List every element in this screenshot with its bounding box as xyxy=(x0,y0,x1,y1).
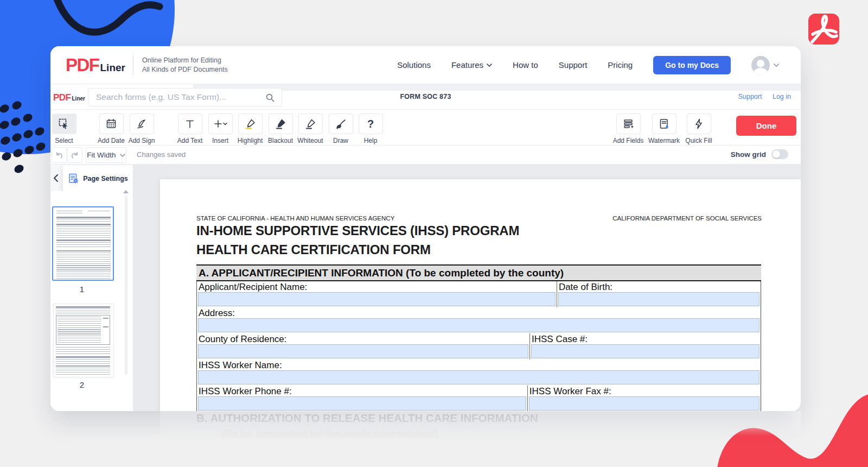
chevron-down-icon xyxy=(487,64,492,67)
section-a-table: Applicant/Recipient Name: Date of Birth:… xyxy=(196,281,761,411)
section-b-subheading: (To be completed by the applicant/recipi… xyxy=(222,428,766,440)
table-row: Applicant/Recipient Name: Date of Birth: xyxy=(197,281,761,307)
nav-item-solutions[interactable]: Solutions xyxy=(397,60,431,70)
chevron-down-icon xyxy=(120,154,125,157)
avatar-chevron-down-icon[interactable] xyxy=(774,64,779,67)
whiteout-brush-icon xyxy=(304,118,316,130)
logo-divider xyxy=(133,55,133,75)
site-header: PDF Liner Online Platform for Editing Al… xyxy=(50,46,801,84)
blackout-tool-button[interactable]: Blackout xyxy=(264,113,297,144)
add-text-tool-button[interactable]: Add Text xyxy=(173,113,207,144)
main-nav: Solutions Features How to Support Pricin… xyxy=(397,56,801,74)
applicant-name-field[interactable] xyxy=(198,292,556,306)
page-number-1: 1 xyxy=(52,285,112,294)
highlight-tool-button[interactable]: Highlight xyxy=(233,113,267,144)
agency-left-text: STATE OF CALIFORNIA - HEALTH AND HUMAN S… xyxy=(196,215,394,222)
select-tool-button[interactable]: Select xyxy=(50,113,81,144)
page-settings-button[interactable]: Page Settings xyxy=(63,166,133,191)
add-date-tool-button[interactable]: Add Date xyxy=(94,113,128,144)
zoom-mode-dropdown[interactable]: Fit Width xyxy=(86,147,126,163)
show-grid-label: Show grid xyxy=(731,150,766,159)
table-row: Address: xyxy=(197,307,761,333)
address-field[interactable] xyxy=(198,318,760,332)
county-of-residence-field[interactable] xyxy=(198,344,528,358)
page-number-2: 2 xyxy=(52,380,112,389)
page-thumbnail-2[interactable] xyxy=(53,304,114,377)
section-a-header: A. APPLICANT/RECIPIENT INFORMATION (To b… xyxy=(196,264,761,281)
ihss-case-number-field[interactable] xyxy=(531,344,760,358)
blackout-brush-icon xyxy=(275,118,286,130)
pdfliner-window: PDF Liner Online Platform for Editing Al… xyxy=(50,46,801,411)
undo-button[interactable] xyxy=(52,147,67,163)
redo-button[interactable] xyxy=(67,147,82,163)
field-label: Address: xyxy=(197,307,761,318)
pages-sidebar: Page Settings xyxy=(50,165,133,411)
feather-pen-icon xyxy=(136,118,148,130)
nav-item-pricing[interactable]: Pricing xyxy=(608,60,633,70)
table-row: IHSS Worker Name: xyxy=(197,359,761,386)
nav-item-features[interactable]: Features xyxy=(451,60,492,70)
lightning-bolt-icon xyxy=(693,118,705,130)
insert-tool-button[interactable]: Insert xyxy=(203,113,237,144)
ihss-worker-phone-field[interactable] xyxy=(198,396,526,411)
whiteout-tool-button[interactable]: Whiteout xyxy=(293,113,327,144)
adobe-pdf-icon xyxy=(808,14,839,45)
undo-icon xyxy=(54,150,65,161)
field-label: IHSS Case #: xyxy=(530,333,761,344)
ihss-worker-name-field[interactable] xyxy=(198,370,760,384)
table-row: IHSS Worker Phone #: IHSS Worker Fax #: xyxy=(197,386,761,411)
form-bar: PDF Liner FORM SOC 873 Support Log in xyxy=(50,84,801,110)
logo-liner-text: Liner xyxy=(100,62,125,74)
view-bar: Fit Width Changes saved Show grid xyxy=(50,146,801,165)
logo-pdf-text: PDF xyxy=(66,55,99,75)
page-settings-icon xyxy=(68,173,79,184)
field-label: IHSS Worker Phone #: xyxy=(197,386,527,396)
text-icon xyxy=(184,118,196,130)
thumbnail-panel: 1 xyxy=(50,191,133,411)
formbar-links: Support Log in xyxy=(738,93,791,100)
done-button[interactable]: Done xyxy=(736,116,796,136)
page-thumbnail-1[interactable] xyxy=(52,206,114,281)
agency-right-text: CALIFORNIA DEPARTMENT OF SOCIAL SERVICES xyxy=(612,215,762,222)
pdf-page: STATE OF CALIFORNIA - HEALTH AND HUMAN S… xyxy=(160,179,801,411)
go-to-my-docs-button[interactable]: Go to my Docs xyxy=(653,56,731,74)
redo-icon xyxy=(69,150,80,161)
ihss-worker-fax-field[interactable] xyxy=(529,396,760,411)
add-sign-tool-button[interactable]: Add Sign xyxy=(125,113,158,144)
collapse-sidebar-button[interactable] xyxy=(50,172,61,184)
watermark-tool-button[interactable]: Watermark xyxy=(647,113,681,144)
field-label: IHSS Worker Fax #: xyxy=(528,386,761,396)
section-b-ghost: B. AUTHORIZATION TO RELEASE HEALTH CARE … xyxy=(196,412,766,440)
editor-content: Page Settings xyxy=(50,165,801,411)
login-link[interactable]: Log in xyxy=(773,93,791,100)
draw-tool-button[interactable]: Draw xyxy=(324,113,358,144)
scroll-up-arrow[interactable] xyxy=(123,190,129,193)
field-label: Date of Birth: xyxy=(557,281,761,292)
user-avatar[interactable] xyxy=(751,56,770,74)
paintbrush-icon xyxy=(335,118,347,130)
changes-saved-status: Changes saved xyxy=(137,150,186,159)
add-fields-tool-button[interactable]: Add Fields xyxy=(611,113,645,144)
pdfliner-logo[interactable]: PDF Liner xyxy=(66,55,125,75)
date-of-birth-field[interactable] xyxy=(558,292,760,306)
field-label: Applicant/Recipient Name: xyxy=(197,281,557,292)
document-viewport: STATE OF CALIFORNIA - HEALTH AND HUMAN S… xyxy=(133,165,801,411)
nav-item-support[interactable]: Support xyxy=(559,60,588,70)
field-label: County of Residence: xyxy=(197,333,529,344)
calendar-icon xyxy=(105,118,117,130)
select-cursor-icon xyxy=(58,117,71,130)
nav-item-how-to[interactable]: How to xyxy=(513,60,538,70)
formbar-top-strip xyxy=(193,84,801,91)
sidebar-scrollbar[interactable] xyxy=(125,195,127,375)
support-link[interactable]: Support xyxy=(738,93,762,100)
question-mark-icon: ? xyxy=(367,118,374,130)
document-title: FORM SOC 873 xyxy=(50,93,801,100)
table-row: County of Residence: IHSS Case #: xyxy=(197,333,761,359)
plus-icon xyxy=(213,118,228,130)
show-grid-toggle[interactable] xyxy=(771,149,788,159)
help-tool-button[interactable]: ? Help xyxy=(354,113,387,144)
chevron-left-icon xyxy=(53,174,59,182)
field-label: IHSS Worker Name: xyxy=(197,359,761,370)
toggle-knob xyxy=(773,150,780,158)
quick-fill-tool-button[interactable]: Quick Fill xyxy=(682,113,716,144)
